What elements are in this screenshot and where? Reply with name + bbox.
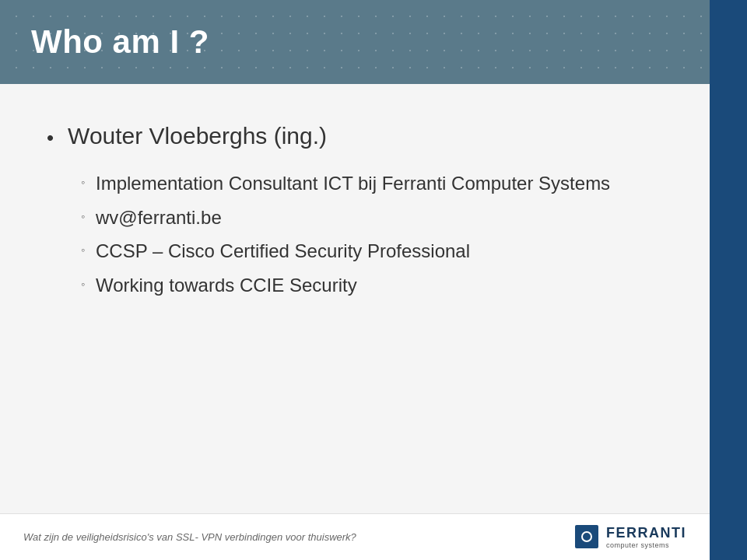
sub-list-item-2: ◦ CCSP – Cisco Certified Security Profes… (81, 238, 610, 264)
main-content: • Wouter Vloeberghs (ing.) ◦ Implementat… (0, 84, 747, 513)
primary-item-text: Wouter Vloeberghs (ing.) (68, 123, 327, 149)
sub-item-text-1: wv@ferranti.be (96, 205, 222, 231)
sub-bullet-icon-0: ◦ (81, 175, 85, 191)
sub-list-item-0: ◦ Implementation Consultant ICT bij Ferr… (81, 170, 610, 197)
footer-text: Wat zijn de veiligheidsrisico's van SSL-… (23, 531, 356, 543)
sub-item-text-2: CCSP – Cisco Certified Security Professi… (96, 238, 470, 264)
header-bar: Who am I ? (0, 0, 747, 84)
page-title: Who am I ? (31, 23, 209, 61)
main-bullet-list: • Wouter Vloeberghs (ing.) ◦ Implementat… (47, 123, 685, 306)
sub-bullet-icon-3: ◦ (81, 277, 85, 292)
sub-item-text-0: Implementation Consultant ICT bij Ferran… (96, 170, 610, 197)
bullet-icon: • (47, 126, 54, 150)
right-accent-bar (710, 0, 747, 560)
primary-list-item: • Wouter Vloeberghs (ing.) (47, 123, 685, 150)
ferranti-logo-main-text: FERRANTI (606, 525, 686, 541)
ferranti-logo-text-container: FERRANTI computer systems (606, 525, 686, 550)
ferranti-logo-icon (575, 525, 598, 548)
footer: Wat zijn de veiligheidsrisico's van SSL-… (0, 513, 710, 560)
sub-item-text-3: Working towards CCIE Security (96, 272, 357, 299)
ferranti-logo-sub-text: computer systems (606, 541, 669, 550)
sub-list-item-1: ◦ wv@ferranti.be (81, 205, 610, 231)
sub-bullet-icon-2: ◦ (81, 243, 85, 258)
sub-list-container: ◦ Implementation Consultant ICT bij Ferr… (47, 159, 685, 306)
ferranti-icon-circle (581, 531, 592, 542)
ferranti-logo: FERRANTI computer systems (575, 525, 686, 550)
sub-bullet-icon-1: ◦ (81, 209, 85, 225)
sub-list-item-3: ◦ Working towards CCIE Security (81, 272, 610, 299)
sub-bullet-list: ◦ Implementation Consultant ICT bij Ferr… (81, 170, 610, 306)
